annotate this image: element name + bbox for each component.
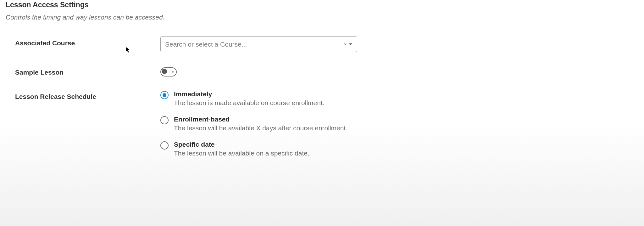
- release-schedule-radio-group: Immediately The lesson is made available…: [160, 90, 638, 157]
- release-option-desc: The lesson will be available X days afte…: [174, 124, 347, 132]
- toggle-indicator: [172, 71, 174, 73]
- release-option-specific[interactable]: Specific date The lesson will be availab…: [160, 141, 638, 157]
- associated-course-row: Associated Course Search or select a Cou…: [6, 36, 638, 52]
- section-title: Lesson Access Settings: [6, 1, 638, 9]
- release-option-desc: The lesson will be available on a specif…: [174, 150, 309, 157]
- release-option-immediately[interactable]: Immediately The lesson is made available…: [160, 90, 638, 107]
- radio-button[interactable]: [160, 116, 169, 124]
- release-schedule-row: Lesson Release Schedule Immediately The …: [6, 90, 638, 166]
- associated-course-select[interactable]: Search or select a Course... ×: [160, 36, 357, 52]
- release-option-title: Immediately: [174, 90, 325, 98]
- release-schedule-label: Lesson Release Schedule: [15, 93, 96, 100]
- release-option-enrollment[interactable]: Enrollment-based The lesson will be avai…: [160, 116, 638, 132]
- release-option-title: Enrollment-based: [174, 116, 347, 123]
- toggle-knob: [162, 69, 167, 74]
- associated-course-label: Associated Course: [15, 39, 75, 47]
- associated-course-placeholder: Search or select a Course...: [165, 41, 344, 48]
- sample-lesson-label: Sample Lesson: [15, 69, 64, 76]
- section-subtitle: Controls the timing and way lessons can …: [6, 14, 638, 21]
- sample-lesson-toggle[interactable]: [160, 67, 177, 76]
- clear-icon[interactable]: ×: [344, 42, 347, 47]
- release-option-desc: The lesson is made available on course e…: [174, 99, 325, 107]
- radio-button[interactable]: [160, 141, 169, 150]
- chevron-down-icon[interactable]: [349, 43, 353, 46]
- radio-button[interactable]: [160, 91, 169, 99]
- release-option-title: Specific date: [174, 141, 309, 148]
- sample-lesson-row: Sample Lesson: [6, 65, 638, 76]
